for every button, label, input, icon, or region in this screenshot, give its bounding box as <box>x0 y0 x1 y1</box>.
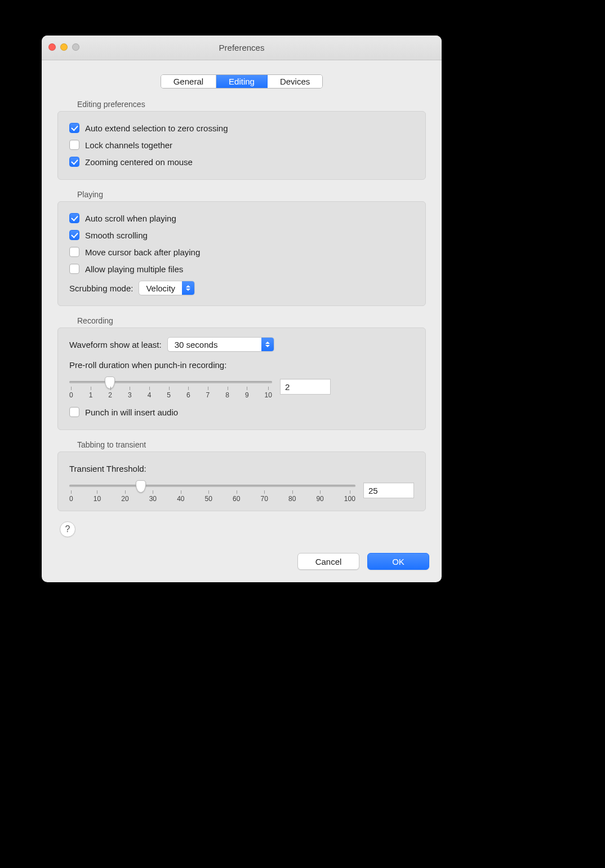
chevron-up-down-icon <box>182 281 194 295</box>
move-cursor-back-label: Move cursor back after playing <box>85 247 200 257</box>
punch-in-insert-label: Punch in will insert audio <box>85 408 178 417</box>
window-controls <box>48 43 79 51</box>
chevron-up-down-icon <box>261 338 274 351</box>
cancel-button[interactable]: Cancel <box>297 553 359 570</box>
zoom-centered-label: Zooming centered on mouse <box>85 157 193 167</box>
footer: Cancel OK <box>42 543 442 582</box>
preroll-value-field[interactable] <box>280 379 331 395</box>
preroll-slider[interactable] <box>69 374 272 390</box>
scrubbing-mode-value: Velocity <box>139 284 182 293</box>
scrubbing-mode-select[interactable]: Velocity <box>139 281 195 295</box>
waveform-show-select[interactable]: 30 seconds <box>167 337 274 352</box>
scrubbing-mode-label: Scrubbing mode: <box>69 284 133 293</box>
maximize-window-button[interactable] <box>72 43 79 51</box>
editing-preferences-group: Auto extend selection to zero crossing L… <box>57 111 426 180</box>
threshold-slider-thumb[interactable] <box>136 480 146 493</box>
smooth-scroll-checkbox[interactable] <box>69 230 79 240</box>
tabbing-group: Transient Threshold: 0 10 20 30 40 <box>57 451 426 511</box>
zoom-centered-checkbox[interactable] <box>69 157 79 167</box>
section-title-editing: Editing preferences <box>77 100 426 109</box>
lock-channels-label: Lock channels together <box>85 140 172 150</box>
section-title-recording: Recording <box>77 316 426 325</box>
titlebar: Preferences <box>42 36 442 60</box>
waveform-show-value: 30 seconds <box>168 340 261 349</box>
ok-button[interactable]: OK <box>367 553 429 570</box>
preferences-window: Preferences General Editing Devices Edit… <box>42 36 442 582</box>
move-cursor-back-checkbox[interactable] <box>69 247 79 257</box>
preroll-label: Pre-roll duration when punch-in recordin… <box>69 360 226 370</box>
waveform-show-label: Waveform show at least: <box>69 340 162 349</box>
section-title-playing: Playing <box>77 190 426 199</box>
tab-segmented-control: General Editing Devices <box>161 74 323 88</box>
auto-extend-checkbox[interactable] <box>69 123 79 133</box>
playing-group: Auto scroll when playing Smooth scrollin… <box>57 201 426 306</box>
allow-multiple-label: Allow playing multiple files <box>85 264 183 274</box>
threshold-ticks: 0 10 20 30 40 50 60 70 80 90 100 <box>69 495 355 503</box>
auto-extend-label: Auto extend selection to zero crossing <box>85 123 228 133</box>
tab-devices[interactable]: Devices <box>268 75 322 88</box>
window-title: Preferences <box>42 43 442 52</box>
threshold-value-field[interactable] <box>363 482 414 498</box>
tab-editing[interactable]: Editing <box>216 75 268 88</box>
lock-channels-checkbox[interactable] <box>69 140 79 150</box>
tabs-container: General Editing Devices <box>57 74 426 88</box>
preroll-ticks: 0 1 2 3 4 5 6 7 8 9 10 <box>69 391 272 399</box>
threshold-slider[interactable] <box>69 478 355 494</box>
recording-group: Waveform show at least: 30 seconds Pre-r… <box>57 327 426 430</box>
help-button[interactable]: ? <box>60 521 75 537</box>
punch-in-insert-checkbox[interactable] <box>69 407 79 417</box>
auto-scroll-label: Auto scroll when playing <box>85 214 176 223</box>
tab-general[interactable]: General <box>161 75 216 88</box>
minimize-window-button[interactable] <box>60 43 68 51</box>
allow-multiple-checkbox[interactable] <box>69 264 79 274</box>
auto-scroll-checkbox[interactable] <box>69 213 79 223</box>
transient-threshold-label: Transient Threshold: <box>69 464 146 473</box>
smooth-scroll-label: Smooth scrolling <box>85 231 148 240</box>
close-window-button[interactable] <box>48 43 56 51</box>
content-area: General Editing Devices Editing preferen… <box>42 60 442 543</box>
section-title-tabbing: Tabbing to transient <box>77 440 426 449</box>
